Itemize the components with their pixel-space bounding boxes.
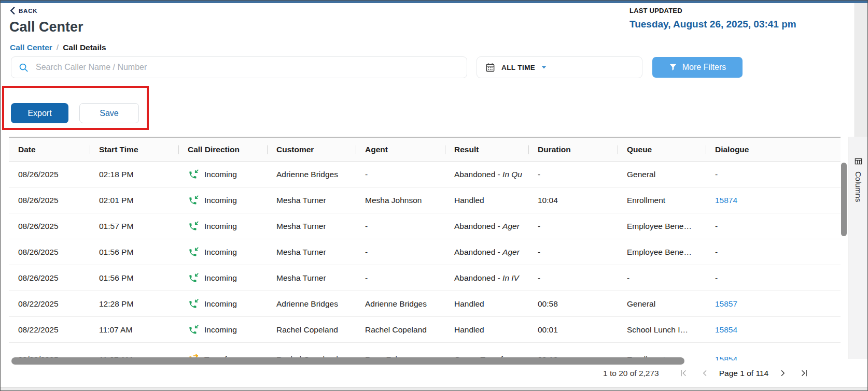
dialogue-value: -: [715, 248, 718, 256]
cell-duration: -: [528, 222, 618, 231]
call-direction-label: Incoming: [204, 222, 237, 231]
table-row[interactable]: 08/26/2025 02:01 PM Incoming Mesha Turne…: [9, 187, 841, 213]
table-row[interactable]: 08/26/2025 02:18 PM Incoming Adrienne Br…: [9, 162, 841, 187]
call-direction-label: Incoming: [204, 170, 237, 179]
cell-queue: -: [618, 273, 706, 283]
cell-queue: General: [618, 170, 706, 179]
table-body: 08/26/2025 02:18 PM Incoming Adrienne Br…: [9, 162, 841, 360]
calendar-icon: [485, 63, 495, 73]
date-range-filter[interactable]: ALL TIME: [477, 56, 642, 78]
cell-date: 08/22/2025: [9, 299, 90, 309]
table-header-row: Date Start Time Call Direction Customer …: [9, 138, 841, 162]
date-range-label: ALL TIME: [501, 64, 535, 71]
breadcrumb-separator: /: [57, 43, 59, 52]
call-direction-label: Incoming: [204, 248, 237, 257]
cell-agent: Adrienne Bridges: [356, 299, 445, 309]
incoming-call-icon: [188, 221, 199, 232]
page-title: Call Center: [9, 19, 83, 35]
cell-start-time: 02:01 PM: [90, 196, 178, 205]
column-header-dialogue[interactable]: Dialogue: [706, 145, 793, 154]
next-page-icon: [779, 369, 787, 377]
breadcrumb-current: Call Details: [63, 43, 106, 52]
cell-duration: 10:04: [528, 196, 618, 205]
call-direction-label: Incoming: [204, 196, 237, 205]
cell-call-direction: Incoming: [178, 169, 267, 180]
vertical-scrollbar[interactable]: [841, 163, 847, 236]
result-text: Abandoned -: [454, 222, 502, 230]
cell-duration: 00:01: [528, 325, 618, 335]
cell-customer: Adrienne Bridges: [267, 170, 356, 179]
result-detail-text: In IV: [502, 273, 519, 282]
dialogue-link[interactable]: 15857: [715, 299, 737, 308]
cell-call-direction: Incoming: [178, 324, 267, 336]
cell-agent: -: [356, 222, 445, 231]
top-accent-bar: [1, 1, 867, 3]
back-button[interactable]: BACK: [10, 7, 37, 15]
call-direction-label: Incoming: [204, 299, 237, 309]
cell-date: 08/26/2025: [9, 196, 90, 205]
call-direction-label: Incoming: [204, 273, 237, 283]
cell-result: Abandoned - Ager: [445, 248, 528, 257]
column-header-call-direction[interactable]: Call Direction: [178, 145, 267, 154]
last-page-button[interactable]: [800, 369, 808, 377]
more-filters-label: More Filters: [682, 63, 726, 72]
column-header-duration[interactable]: Duration: [528, 145, 618, 154]
dialogue-value: -: [715, 273, 718, 282]
chevron-down-icon: [541, 66, 547, 69]
pagination-bar: 1 to 20 of 2,273 Page 1 of 114: [603, 359, 808, 387]
cell-queue: Employee Bene…: [618, 222, 706, 231]
columns-side-panel[interactable]: Columns: [848, 137, 868, 359]
cell-duration: 00:58: [528, 299, 618, 309]
horizontal-scrollbar[interactable]: [11, 357, 684, 365]
column-header-agent[interactable]: Agent: [356, 145, 445, 154]
first-page-button[interactable]: [680, 369, 688, 377]
table-row[interactable]: 08/26/2025 01:56 PM Incoming Mesha Turne…: [9, 265, 841, 291]
next-page-button[interactable]: [779, 369, 787, 377]
last-updated-value: Tuesday, August 26, 2025, 03:41 pm: [629, 19, 796, 30]
column-header-queue[interactable]: Queue: [618, 145, 706, 154]
cell-call-direction: Incoming: [178, 272, 267, 284]
incoming-call-icon: [188, 324, 199, 336]
previous-page-button[interactable]: [701, 369, 709, 377]
export-button[interactable]: Export: [11, 103, 68, 123]
cell-queue: School Lunch I…: [618, 325, 706, 335]
search-box[interactable]: [11, 56, 467, 78]
cell-queue: Enrollment: [618, 196, 706, 205]
result-detail-text: Ager: [502, 248, 520, 256]
dialogue-link[interactable]: 15874: [715, 196, 737, 205]
cell-result: Handled: [445, 299, 528, 309]
cell-result: Abandoned - Ager: [445, 222, 528, 231]
cell-customer: Rachel Copeland: [267, 325, 356, 335]
search-input[interactable]: [35, 62, 459, 73]
table-row[interactable]: 08/26/2025 01:57 PM Incoming Mesha Turne…: [9, 213, 841, 239]
column-header-customer[interactable]: Customer: [267, 145, 356, 154]
column-header-result[interactable]: Result: [445, 145, 528, 154]
breadcrumb-parent-link[interactable]: Call Center: [10, 43, 52, 52]
more-filters-button[interactable]: More Filters: [652, 57, 743, 78]
table-row[interactable]: 08/22/2025 11:07 AM Incoming Rachel Cope…: [9, 317, 841, 343]
dialogue-link[interactable]: 15854: [715, 325, 737, 334]
incoming-call-icon: [188, 169, 199, 180]
cell-date: 08/26/2025: [9, 273, 90, 283]
cell-customer: Mesha Turner: [267, 222, 356, 231]
columns-icon: [855, 157, 862, 165]
call-details-table: Date Start Time Call Direction Customer …: [9, 137, 841, 360]
cell-customer: Mesha Turner: [267, 273, 356, 283]
last-updated-block: LAST UPDATED Tuesday, August 26, 2025, 0…: [629, 7, 796, 30]
table-row[interactable]: 08/22/2025 12:28 PM Incoming Adrienne Br…: [9, 291, 841, 317]
search-icon: [19, 63, 29, 73]
cell-start-time: 12:28 PM: [90, 299, 178, 309]
save-button[interactable]: Save: [79, 103, 139, 123]
cell-agent: -: [356, 273, 445, 283]
cell-duration: -: [528, 273, 618, 283]
column-header-date[interactable]: Date: [9, 145, 90, 154]
incoming-call-icon: [188, 195, 199, 206]
last-updated-label: LAST UPDATED: [629, 7, 796, 15]
cell-date: 08/26/2025: [9, 248, 90, 257]
cell-start-time: 01:57 PM: [90, 222, 178, 231]
dialogue-value: -: [715, 222, 718, 230]
filter-icon: [669, 63, 677, 71]
table-row[interactable]: 08/26/2025 01:56 PM Incoming Mesha Turne…: [9, 239, 841, 265]
cell-result: Abandoned - In IV: [445, 273, 528, 283]
column-header-start-time[interactable]: Start Time: [90, 145, 178, 154]
